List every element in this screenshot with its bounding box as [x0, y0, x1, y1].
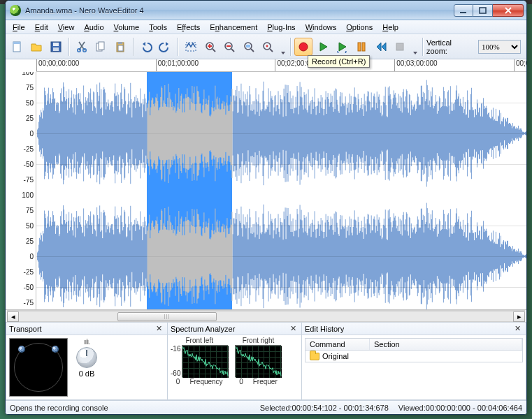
time-tick: 00;00;00:000: [36, 59, 79, 71]
titlebar[interactable]: Amanda.wma - Nero WaveEditor 4: [6, 1, 526, 20]
minimize-button[interactable]: [454, 4, 473, 17]
menu-help[interactable]: Help: [378, 22, 403, 33]
paste-button[interactable]: [111, 38, 129, 56]
svg-rect-1: [480, 8, 486, 13]
spectrum-right-label: Front right: [243, 337, 275, 344]
status-hint: Opens the recording console: [10, 404, 108, 412]
menu-audio[interactable]: Audio: [80, 22, 108, 33]
zoom-out-button[interactable]: [220, 38, 238, 56]
pan-left-dot[interactable]: [18, 346, 25, 353]
redo-button[interactable]: [156, 38, 174, 56]
gain-knob[interactable]: [76, 347, 97, 368]
title-file: Amanda.wma: [25, 6, 72, 15]
panel-edit-history: Edit History ✕ Command Section Original: [302, 323, 526, 400]
close-button[interactable]: [493, 4, 524, 17]
svg-rect-23: [362, 43, 365, 51]
time-tick: 00;04;0: [514, 59, 527, 71]
toolbar: Vertical zoom:100%Record (Ctrl+R): [6, 34, 526, 59]
stop-button[interactable]: [391, 38, 409, 56]
window-buttons: [454, 4, 524, 17]
svg-rect-12: [118, 42, 122, 44]
svg-rect-22: [358, 43, 361, 51]
history-row[interactable]: Original: [305, 351, 522, 362]
col-section[interactable]: Section: [370, 339, 522, 350]
record-button[interactable]: [294, 38, 312, 56]
pan-right-dot[interactable]: [52, 346, 59, 353]
zoom-label: Vertical zoom:: [426, 38, 474, 55]
zoom-in-button[interactable]: [201, 38, 220, 56]
scroll-right-button[interactable]: ▸: [513, 311, 525, 322]
svg-rect-3: [13, 42, 20, 44]
spectrum-plot-left: [182, 345, 228, 377]
statusbar: Opens the recording console Selected:00:…: [6, 400, 526, 414]
panel-title: Transport: [9, 325, 154, 333]
menu-file[interactable]: File: [8, 22, 29, 33]
rewind-button[interactable]: [372, 38, 390, 56]
svg-rect-10: [99, 42, 104, 50]
menu-effects[interactable]: Effects: [173, 22, 204, 33]
undo-button[interactable]: [137, 38, 155, 56]
status-selected: Selected:00:00:54:102 - 00:01:34:678: [260, 404, 389, 412]
menu-view[interactable]: View: [54, 22, 79, 33]
vertical-zoom-control: Vertical zoom:100%: [426, 38, 524, 55]
scroll-track[interactable]: [19, 311, 513, 322]
menubar[interactable]: FileEditViewAudioVolumeToolsEffectsEnhan…: [6, 20, 526, 34]
play-loop-button[interactable]: [333, 38, 351, 56]
svg-rect-24: [396, 43, 403, 50]
window-title: Amanda.wma - Nero WaveEditor 4: [25, 6, 454, 15]
time-tick: 00;03;00:000: [394, 59, 437, 71]
panel-spectrum: Spectrum Analyzer ✕ Front left -16 -60 0: [168, 323, 302, 400]
panel-close-button[interactable]: ✕: [512, 323, 523, 334]
panel-title: Spectrum Analyzer: [171, 325, 288, 333]
col-command[interactable]: Command: [305, 339, 370, 350]
pan-xy-pad[interactable]: [9, 338, 68, 397]
zoom-select[interactable]: 100%: [478, 40, 521, 54]
folder-icon: [310, 353, 319, 360]
svg-rect-6: [53, 47, 59, 51]
zoom-full-dropdown[interactable]: [278, 38, 287, 56]
svg-rect-0: [460, 12, 466, 13]
cut-button[interactable]: [73, 38, 91, 56]
time-ruler[interactable]: 00;00;00:00000;01;00:00000;02;00:00000;0…: [36, 59, 526, 72]
copy-button[interactable]: [92, 38, 110, 56]
history-table[interactable]: Command Section Original: [305, 338, 523, 362]
app-icon: [10, 5, 21, 16]
workarea: 00;00;00:00000;01;00:00000;02;00:00000;0…: [6, 59, 526, 322]
menu-edit[interactable]: Edit: [31, 22, 52, 33]
menu-plug-ins[interactable]: Plug-Ins: [263, 22, 299, 33]
zoom-full-button[interactable]: [259, 38, 278, 56]
status-viewed: Viewed:00:00:00:000 - 00:04:06:464: [398, 404, 522, 412]
waveform-view[interactable]: 1007550250-25-50-751007550250-25-50-75: [6, 72, 526, 310]
menu-tools[interactable]: Tools: [145, 22, 171, 33]
svg-rect-18: [246, 45, 250, 47]
menu-options[interactable]: Options: [342, 22, 377, 33]
scroll-thumb[interactable]: [117, 312, 216, 321]
history-command: Original: [322, 352, 349, 360]
scroll-left-button[interactable]: ◂: [7, 311, 19, 322]
horizontal-scrollbar[interactable]: ◂ ▸: [7, 310, 525, 322]
panel-close-button[interactable]: ✕: [154, 323, 164, 334]
open-button[interactable]: [28, 38, 46, 56]
play-button[interactable]: [314, 38, 332, 56]
panel-title: Edit History: [305, 325, 512, 333]
new-button[interactable]: [8, 38, 27, 56]
select-all-button[interactable]: [182, 38, 200, 56]
bottom-panels: Transport ✕ ıılı. 0 dB Spectrum Analyzer: [6, 322, 526, 400]
svg-rect-5: [53, 43, 59, 46]
time-tick: 00;01;00:000: [156, 59, 199, 71]
maximize-button[interactable]: [473, 4, 493, 17]
amplitude-gutter: 1007550250-25-50-751007550250-25-50-75: [6, 72, 36, 309]
spectrum-plot-right: [235, 345, 281, 377]
svg-point-21: [299, 43, 308, 51]
menu-enhancement[interactable]: Enhancement: [206, 22, 261, 33]
menu-volume[interactable]: Volume: [110, 22, 144, 33]
spectrum-left-label: Front left: [185, 337, 213, 344]
menu-windows[interactable]: Windows: [301, 22, 341, 33]
panel-close-button[interactable]: ✕: [288, 323, 299, 334]
stop-dropdown[interactable]: [410, 38, 419, 56]
panel-transport: Transport ✕ ıılı. 0 dB: [6, 323, 168, 400]
save-button[interactable]: [47, 38, 65, 56]
pause-button[interactable]: [352, 38, 371, 56]
zoom-sel-button[interactable]: [240, 38, 258, 56]
history-header[interactable]: Command Section: [305, 339, 522, 351]
